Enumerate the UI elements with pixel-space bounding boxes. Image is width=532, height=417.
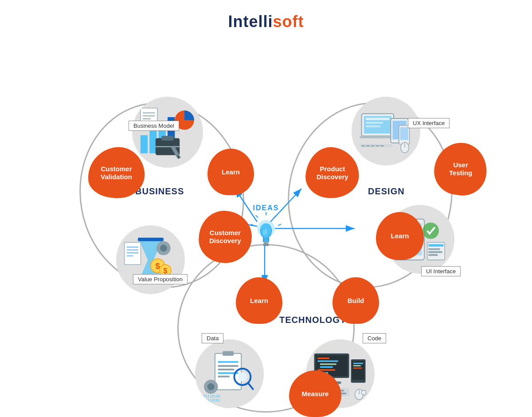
svg-rect-56: [428, 244, 443, 246]
svg-rect-61: [223, 351, 234, 356]
svg-rect-77: [317, 360, 338, 362]
svg-point-71: [207, 383, 214, 390]
svg-point-68: [238, 372, 247, 382]
svg-rect-79: [320, 366, 332, 367]
petal-build: Build: [332, 277, 379, 324]
svg-rect-62: [218, 361, 238, 363]
svg-line-109: [274, 215, 276, 217]
section-technology: TECHNOLOGY: [279, 315, 346, 325]
callout-ui-interface: UI Interface: [421, 266, 461, 276]
logo-soft: soft: [273, 12, 304, 31]
svg-rect-0: [141, 135, 148, 153]
callout-ux-interface: UX Interface: [408, 118, 450, 128]
logo-intelli: Intelli: [228, 12, 273, 31]
svg-rect-33: [360, 136, 395, 138]
svg-point-54: [422, 222, 439, 239]
svg-rect-63: [218, 365, 238, 367]
svg-rect-38: [400, 127, 408, 140]
svg-rect-117: [263, 244, 269, 246]
svg-text:10110101: 10110101: [203, 398, 220, 402]
svg-rect-87: [353, 365, 360, 366]
ux-interface-circle: [352, 97, 420, 165]
svg-rect-42: [371, 145, 374, 146]
diagram: BUSINESS DESIGN TECHNOLOGY: [44, 31, 488, 413]
svg-point-22: [160, 244, 167, 252]
svg-rect-30: [365, 118, 389, 120]
petal-measure: Measure: [289, 370, 341, 417]
svg-rect-44: [380, 145, 383, 146]
svg-rect-40: [361, 145, 365, 146]
callout-code: Code: [363, 333, 386, 343]
svg-text:$: $: [163, 267, 167, 275]
svg-rect-31: [365, 122, 383, 123]
svg-line-111: [256, 215, 258, 217]
svg-line-110: [278, 224, 281, 226]
callout-business-model: Business Model: [129, 121, 179, 131]
svg-rect-66: [218, 375, 229, 377]
svg-rect-58: [428, 251, 442, 253]
data-circle: 01110100 10110101: [195, 339, 264, 408]
svg-rect-76: [317, 358, 329, 359]
svg-rect-64: [218, 369, 234, 370]
section-design: DESIGN: [368, 186, 405, 197]
svg-line-112: [251, 224, 254, 226]
svg-rect-78: [320, 363, 336, 365]
svg-line-69: [248, 383, 253, 389]
callout-value-proposition: Value Proposition: [133, 274, 188, 284]
svg-rect-116: [264, 242, 269, 244]
petal-learn-technology: Learn: [236, 277, 282, 324]
logo: Intellisoft: [0, 0, 532, 31]
svg-rect-41: [366, 145, 370, 146]
svg-rect-15: [138, 237, 164, 241]
section-business: BUSINESS: [135, 186, 184, 197]
callout-data: Data: [202, 333, 223, 343]
svg-rect-88: [353, 367, 362, 369]
svg-rect-6: [161, 136, 173, 141]
svg-point-101: [361, 390, 366, 395]
svg-rect-86: [353, 362, 363, 364]
svg-rect-59: [428, 254, 438, 256]
svg-text:01110100: 01110100: [203, 394, 220, 398]
svg-rect-32: [365, 125, 380, 127]
petal-learn-business: Learn: [207, 149, 254, 195]
lightbulb-icon: [248, 212, 284, 252]
business-model-circle: [132, 97, 203, 168]
svg-rect-80: [317, 369, 335, 370]
svg-rect-23: [124, 242, 141, 264]
svg-rect-57: [428, 248, 440, 250]
svg-rect-43: [376, 145, 379, 146]
ideas-label: IDEAS: [253, 204, 279, 212]
petal-learn-design: Learn: [376, 212, 424, 260]
